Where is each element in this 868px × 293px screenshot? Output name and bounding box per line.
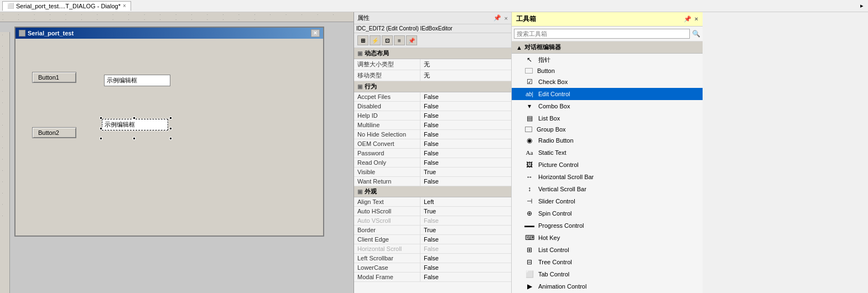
- selection-handle-bl[interactable]: [100, 137, 102, 140]
- dialog-titlebar: Serial_port_test ✕: [15, 28, 323, 39]
- prop-value-left-scrollbar[interactable]: False: [420, 254, 511, 263]
- section-appearance[interactable]: ▣ 外观: [354, 186, 511, 197]
- prop-row-auto-hscroll: Auto HScroll True: [354, 207, 511, 216]
- toolbox-pin-icon[interactable]: 📌: [684, 15, 692, 23]
- slider-control-icon: ⊣: [525, 197, 534, 206]
- toolbox-item-horiz-scroll[interactable]: ↔ Horizontal Scroll Bar: [512, 171, 703, 183]
- props-icon-2[interactable]: ⚡: [370, 35, 381, 45]
- toolbox-search-input[interactable]: [514, 29, 690, 39]
- properties-table: ▣ 动态布局 调整大小类型 无 移动类型 无 ▣ 行为 Accpet Files…: [354, 48, 511, 293]
- prop-value-auto-hscroll[interactable]: True: [420, 207, 511, 216]
- dialog-body[interactable]: Button1 示例编辑框 Button2 示例编辑框: [15, 39, 323, 236]
- selection-handle-tl[interactable]: [100, 117, 102, 119]
- prop-name-accept-files: Accpet Files: [354, 92, 420, 101]
- toolbox-label-horiz-scroll: Horizontal Scroll Bar: [538, 174, 594, 180]
- toolbox-item-group-box[interactable]: Group Box: [512, 124, 703, 134]
- dialog-button1[interactable]: Button1: [32, 72, 76, 83]
- dialog-edit1[interactable]: 示例编辑框: [104, 75, 170, 86]
- dialog-window: Serial_port_test ✕ Button1 示例编辑框: [14, 27, 324, 237]
- toolbox-label-animation-control: Animation Control: [538, 283, 586, 290]
- section-behavior[interactable]: ▣ 行为: [354, 81, 511, 92]
- toolbox-item-vert-scroll[interactable]: ↕ Vertical Scroll Bar: [512, 183, 703, 195]
- toolbox-item-static-text[interactable]: Aa Static Text: [512, 146, 703, 159]
- toolbox-item-edit-control[interactable]: ab| Edit Control: [512, 88, 703, 100]
- toolbox-item-animation-control[interactable]: ▶ Animation Control: [512, 280, 703, 292]
- toolbox-item-picture-control[interactable]: 🖼 Picture Control: [512, 159, 703, 171]
- toolbox-item-spin-control[interactable]: ⊕ Spin Control: [512, 207, 703, 219]
- toolbox-close-icon[interactable]: ×: [695, 15, 698, 23]
- prop-value-modal-frame[interactable]: False: [420, 273, 511, 281]
- toolbox-item-slider-control[interactable]: ⊣ Slider Control: [512, 195, 703, 207]
- radio-button-icon: ◉: [525, 136, 534, 145]
- prop-name-move: 移动类型: [354, 70, 420, 81]
- toolbox-item-list-control[interactable]: ⊞ List Control: [512, 244, 703, 256]
- toolbox-item-pointer[interactable]: ↖ 指针: [512, 54, 703, 66]
- prop-value-client-edge[interactable]: False: [420, 235, 511, 244]
- prop-value-accept-files[interactable]: False: [420, 92, 511, 101]
- prop-value-auto-vscroll[interactable]: False: [420, 216, 511, 225]
- prop-name-align-text: Align Text: [354, 197, 420, 206]
- prop-value-multiline[interactable]: False: [420, 121, 511, 129]
- prop-row-disabled: Disabled False: [354, 102, 511, 111]
- dialog-title: Serial_port_test: [28, 30, 74, 36]
- dialog-close-button[interactable]: ✕: [311, 29, 320, 37]
- dialog-edit2[interactable]: 示例编辑框: [102, 119, 168, 130]
- dialog-tab[interactable]: ⬜ Serial_port_test....T_DIALOG - Dialog*…: [2, 1, 131, 11]
- prop-value-lowercase[interactable]: False: [420, 263, 511, 272]
- selection-handle-tr[interactable]: [169, 117, 172, 119]
- toolbox-item-checkbox[interactable]: ☑ Check Box: [512, 76, 703, 88]
- prop-value-move[interactable]: 无: [420, 70, 511, 81]
- props-icon-1[interactable]: ⊞: [357, 35, 368, 45]
- properties-close-icon[interactable]: ×: [505, 15, 508, 22]
- prop-value-want-return[interactable]: False: [420, 177, 511, 186]
- toolbox-item-tab-control[interactable]: ⬜ Tab Control: [512, 268, 703, 280]
- toolbox-label-progress-control: Progress Control: [538, 222, 584, 229]
- section-dynamic-layout[interactable]: ▣ 动态布局: [354, 48, 511, 59]
- selection-handle-mr[interactable]: [169, 127, 172, 130]
- tab-overflow-arrow[interactable]: ▸: [858, 1, 866, 11]
- toolbox-item-combo-box[interactable]: ▾ Combo Box: [512, 100, 703, 112]
- toolbox-item-progress-control[interactable]: ▬▬ Progress Control: [512, 219, 703, 232]
- tab-close-button[interactable]: ×: [123, 3, 126, 9]
- toolbox-title: 工具箱: [516, 14, 536, 24]
- prop-row-horiz-scroll: Horizontal Scroll False: [354, 244, 511, 254]
- dialog-button2[interactable]: Button2: [32, 127, 76, 138]
- edit-control-icon: ab|: [525, 90, 534, 98]
- toolbox-item-hot-key[interactable]: ⌨ Hot Key: [512, 232, 703, 244]
- toolbox-item-list-box[interactable]: ▤ List Box: [512, 112, 703, 124]
- prop-value-align-text[interactable]: Left: [420, 197, 511, 206]
- props-icon-4[interactable]: ≡: [394, 35, 405, 45]
- prop-value-disabled[interactable]: False: [420, 102, 511, 111]
- prop-value-resize[interactable]: 无: [420, 59, 511, 70]
- selection-handle-tc[interactable]: [133, 117, 136, 119]
- prop-value-help-id[interactable]: False: [420, 111, 511, 120]
- pointer-icon: ↖: [525, 55, 534, 64]
- prop-value-horiz-scroll[interactable]: False: [420, 244, 511, 253]
- toolbox-label-vert-scroll: Vertical Scroll Bar: [538, 186, 586, 192]
- prop-name-horiz-scroll: Horizontal Scroll: [354, 244, 420, 253]
- prop-value-border[interactable]: True: [420, 226, 511, 234]
- prop-value-visible[interactable]: True: [420, 168, 511, 176]
- toolbox-item-radio-button[interactable]: ◉ Radio Button: [512, 134, 703, 146]
- button-icon: [525, 68, 533, 74]
- prop-row-border: Border True: [354, 226, 511, 235]
- properties-pin-icon[interactable]: 📌: [493, 14, 501, 22]
- section-toggle-1: ▣: [357, 50, 362, 56]
- props-icon-3[interactable]: ⊡: [382, 35, 393, 45]
- props-icon-5[interactable]: 📌: [406, 35, 417, 45]
- toolbox-item-button[interactable]: Button: [512, 66, 703, 76]
- prop-value-password[interactable]: False: [420, 149, 511, 158]
- toolbox-section-label: 对话框编辑器: [524, 43, 561, 51]
- prop-value-readonly[interactable]: False: [420, 158, 511, 167]
- toolbox-item-tree-control[interactable]: ⊟ Tree Control: [512, 256, 703, 268]
- selection-handle-ml[interactable]: [100, 127, 102, 130]
- prop-value-no-hide[interactable]: False: [420, 130, 511, 139]
- prop-name-readonly: Read Only: [354, 158, 420, 167]
- toolbox-section-dialog-editor[interactable]: ▲ 对话框编辑器: [512, 41, 703, 54]
- prop-name-left-scrollbar: Left Scrollbar: [354, 254, 420, 263]
- toolbox-header: 工具箱 📌 ×: [512, 12, 703, 27]
- toolbox-label-list-box: List Box: [538, 115, 560, 122]
- selection-handle-bc[interactable]: [133, 137, 136, 140]
- prop-value-oem[interactable]: False: [420, 139, 511, 148]
- selection-handle-br[interactable]: [169, 137, 172, 140]
